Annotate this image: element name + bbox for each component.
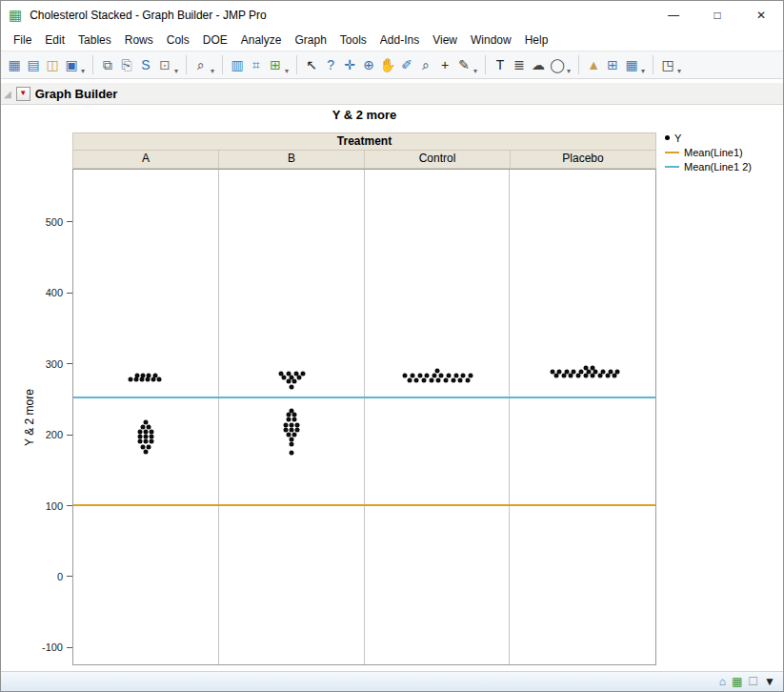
run-script-icon[interactable]: S — [136, 54, 155, 75]
data-point-b[interactable] — [290, 450, 294, 455]
new-data-table-icon[interactable]: ▦ — [5, 54, 24, 75]
legend-item[interactable]: Y — [665, 131, 752, 145]
data-table-window-icon[interactable]: ▥ — [228, 54, 247, 75]
copy-icon[interactable]: ⧉ — [98, 54, 117, 75]
arrow-tool-icon[interactable]: ↖ — [302, 54, 321, 75]
data-point-a[interactable] — [157, 377, 162, 382]
add-table-icon[interactable]: ⊞ — [266, 54, 285, 75]
status-box-icon[interactable]: ☐ — [748, 676, 758, 687]
menu-item-tables[interactable]: Tables — [71, 31, 118, 50]
chart-title[interactable]: Y & 2 more — [72, 108, 656, 122]
table-view-icon[interactable]: ▦ — [622, 54, 641, 75]
data-point-b[interactable] — [296, 375, 301, 379]
toolbar-overflow-chevron[interactable]: ▾ — [174, 67, 178, 75]
category-label-a[interactable]: A — [73, 151, 219, 168]
text-annotate-icon[interactable]: T — [491, 54, 510, 75]
toolbar-overflow-chevron[interactable]: ▾ — [677, 67, 681, 75]
grid-view-icon[interactable]: ⊞ — [603, 54, 622, 75]
hand-tool-icon[interactable]: ✋ — [378, 54, 397, 75]
data-point-a[interactable] — [139, 377, 144, 382]
line-annotate-icon[interactable]: ≣ — [510, 54, 529, 75]
menu-item-analyze[interactable]: Analyze — [234, 31, 289, 50]
legend-item[interactable]: Mean(Line1 2) — [665, 159, 752, 173]
crosshair-tool-icon[interactable]: + — [435, 54, 454, 75]
menu-item-view[interactable]: View — [426, 31, 464, 50]
data-point-placebo[interactable] — [613, 374, 617, 378]
toolbar-overflow-chevron[interactable]: ▾ — [81, 67, 85, 75]
globe-tool-icon[interactable]: ⊕ — [359, 54, 378, 75]
search-icon[interactable]: ⌕ — [191, 54, 211, 75]
data-point-placebo[interactable] — [569, 374, 573, 378]
menu-item-window[interactable]: Window — [464, 31, 518, 50]
plot-area[interactable] — [72, 169, 656, 665]
menu-item-help[interactable]: Help — [518, 31, 555, 50]
maximize-button[interactable]: □ — [695, 1, 739, 30]
data-point-control[interactable] — [458, 377, 463, 382]
menu-item-graph[interactable]: Graph — [288, 31, 332, 50]
data-point-control[interactable] — [465, 377, 470, 382]
data-table-status-icon[interactable]: ▦ — [732, 676, 742, 687]
blob-annotate-icon[interactable]: ☁ — [529, 54, 548, 75]
data-point-control[interactable] — [436, 377, 441, 382]
outline-collapse-icon[interactable]: ◢ — [4, 89, 11, 99]
y-axis-title[interactable]: Y & 2 more — [23, 389, 36, 446]
red-triangle-menu-button[interactable]: ▼ — [16, 87, 30, 101]
pencil-tool-icon[interactable]: ✎ — [454, 54, 473, 75]
data-point-placebo[interactable] — [605, 374, 610, 378]
data-point-control[interactable] — [414, 377, 419, 382]
home-window-icon[interactable]: ⌂ — [719, 676, 726, 687]
ref-line-mean-line1[interactable] — [73, 504, 655, 506]
data-point-b[interactable] — [292, 379, 297, 384]
data-point-placebo[interactable] — [561, 374, 566, 378]
window-arrange-icon[interactable]: ◳ — [658, 54, 677, 75]
menu-item-tools[interactable]: Tools — [333, 31, 373, 50]
category-label-placebo[interactable]: Placebo — [511, 151, 655, 168]
data-point-placebo[interactable] — [576, 374, 581, 378]
data-point-placebo[interactable] — [591, 374, 595, 378]
data-point-placebo[interactable] — [554, 374, 559, 378]
ref-line-mean-line1-2[interactable] — [73, 397, 655, 398]
data-point-control[interactable] — [429, 377, 433, 382]
toolbar-overflow-chevron[interactable]: ▾ — [211, 67, 214, 75]
data-point-control[interactable] — [422, 377, 427, 382]
brush-tool-icon[interactable]: ✐ — [397, 54, 416, 75]
toolbar-overflow-chevron[interactable]: ▾ — [473, 67, 477, 75]
data-point-a[interactable] — [151, 377, 156, 382]
data-point-b[interactable] — [292, 433, 297, 438]
data-point-a[interactable] — [150, 439, 154, 444]
open-icon[interactable]: ◫ — [43, 54, 62, 75]
move-tool-icon[interactable]: ✛ — [340, 54, 359, 75]
minimize-button[interactable]: — — [652, 1, 695, 30]
menu-item-addins[interactable]: Add-Ins — [373, 31, 426, 50]
toolbar-overflow-chevron[interactable]: ▾ — [641, 67, 645, 75]
table-search-icon[interactable]: ⌗ — [247, 54, 266, 75]
data-point-a[interactable] — [128, 377, 132, 382]
close-button[interactable]: ✕ — [739, 1, 783, 30]
save-icon[interactable]: ▣ — [62, 54, 81, 75]
paste-icon[interactable]: ⎘ — [117, 54, 136, 75]
data-point-control[interactable] — [451, 377, 455, 382]
menu-item-rows[interactable]: Rows — [118, 31, 160, 50]
data-point-a[interactable] — [133, 377, 138, 382]
data-point-b[interactable] — [290, 384, 294, 389]
menu-item-file[interactable]: File — [7, 31, 38, 50]
toolbar-overflow-chevron[interactable]: ▾ — [567, 67, 571, 75]
menu-item-doe[interactable]: DOE — [196, 31, 234, 50]
help-tool-icon[interactable]: ? — [321, 54, 340, 75]
lock-icon[interactable]: ⊡ — [155, 54, 174, 75]
category-label-b[interactable]: B — [219, 151, 365, 168]
status-dropdown-icon[interactable]: ▼ — [764, 676, 775, 687]
data-point-b[interactable] — [301, 371, 306, 376]
new-journal-icon[interactable]: ▤ — [24, 54, 43, 75]
data-point-placebo[interactable] — [583, 374, 588, 378]
data-point-placebo[interactable] — [597, 374, 602, 378]
zoom-tool-icon[interactable]: ⌕ — [416, 54, 435, 75]
data-point-a[interactable] — [147, 444, 151, 449]
data-point-b[interactable] — [295, 427, 300, 432]
data-point-control[interactable] — [444, 377, 449, 382]
menu-item-edit[interactable]: Edit — [38, 31, 71, 50]
category-label-control[interactable]: Control — [365, 151, 511, 168]
group-header-treatment[interactable]: Treatment — [72, 132, 656, 151]
legend-item[interactable]: Mean(Line1) — [665, 145, 752, 159]
toolbar-overflow-chevron[interactable]: ▾ — [285, 67, 289, 75]
